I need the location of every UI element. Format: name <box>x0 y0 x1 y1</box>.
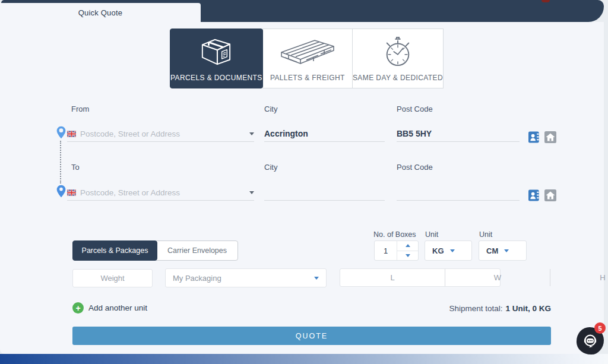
weight-unit-value: KG <box>432 246 444 255</box>
tab-pallets-freight[interactable]: PALLETS & FREIGHT <box>262 29 353 88</box>
route-dotted-connector <box>60 141 61 183</box>
dims-unit-label: Unit <box>479 230 492 239</box>
package-type-tabs: Parcels & Packages Carrier Envelopes <box>72 240 238 261</box>
to-home-button[interactable] <box>544 189 556 201</box>
width-input[interactable] <box>445 269 550 286</box>
packaging-select[interactable]: My Packaging <box>165 268 327 287</box>
from-label: From <box>71 105 89 113</box>
chevron-down-icon <box>450 249 455 252</box>
quantity-value[interactable]: 1 <box>375 246 397 255</box>
destination-pin-icon <box>56 185 66 198</box>
dims-unit-value: CM <box>486 246 498 255</box>
to-city-input[interactable] <box>264 188 385 197</box>
quick-quote-page: Quick Quote PARCELS & DOCUMENTS <box>0 0 608 364</box>
from-postcode-field <box>397 126 520 142</box>
address-book-icon <box>528 189 541 201</box>
chat-widget-button[interactable]: 5 <box>577 327 604 354</box>
chevron-down-icon <box>314 277 319 280</box>
tab-carrier-envelopes[interactable]: Carrier Envelopes <box>156 240 238 261</box>
packaging-value: My Packaging <box>173 274 314 283</box>
from-city-field <box>264 126 385 142</box>
tab-pallets-freight-label: PALLETS & FREIGHT <box>270 74 345 82</box>
from-address-book-button[interactable] <box>528 131 541 143</box>
dims-unit-select[interactable]: CM <box>479 240 527 261</box>
quote-button[interactable]: QUOTE <box>72 327 551 345</box>
to-address-input[interactable] <box>80 188 249 197</box>
uk-flag-icon <box>67 189 76 196</box>
bottom-gradient-bar <box>0 354 608 364</box>
home-icon <box>544 189 556 201</box>
quantity-stepper: 1 <box>374 240 419 261</box>
to-city-label: City <box>264 163 277 172</box>
tab-parcels-packages[interactable]: Parcels & Packages <box>72 240 157 261</box>
shipment-total: Shipment total:1 Unit, 0 KG <box>449 304 551 313</box>
from-address-dropdown-caret[interactable] <box>249 132 254 135</box>
from-address-input[interactable] <box>80 129 249 138</box>
length-input[interactable] <box>340 269 445 286</box>
chevron-down-icon <box>406 254 410 257</box>
weight-input[interactable] <box>72 269 153 287</box>
tab-quick-quote[interactable]: Quick Quote <box>0 3 201 23</box>
home-icon <box>544 131 556 143</box>
stepper-up-button[interactable] <box>397 241 418 251</box>
from-home-button[interactable] <box>544 131 556 143</box>
shipment-total-value: 1 Unit, 0 KG <box>505 304 551 313</box>
to-postcode-field <box>397 185 520 201</box>
from-postcode-input[interactable] <box>397 129 520 138</box>
add-another-unit-button[interactable]: + Add another unit <box>72 302 147 314</box>
to-postcode-input[interactable] <box>397 188 520 197</box>
tab-parcels-documents[interactable]: PARCELS & DOCUMENTS <box>170 29 263 88</box>
tab-carrier-envelopes-label: Carrier Envelopes <box>167 246 227 255</box>
from-city-input[interactable] <box>264 129 385 138</box>
to-postcode-label: Post Code <box>397 163 433 172</box>
quick-quote-tab-label: Quick Quote <box>78 8 122 17</box>
weight-unit-select[interactable]: KG <box>425 240 472 261</box>
tab-parcels-packages-label: Parcels & Packages <box>82 246 148 255</box>
stopwatch-icon <box>353 29 443 74</box>
to-city-field <box>264 185 385 201</box>
height-input[interactable] <box>550 269 608 286</box>
service-tab-bar: PARCELS & DOCUMENTS PALLETS & FREIGHT <box>170 29 444 88</box>
parcel-box-icon <box>170 29 262 74</box>
to-address-book-button[interactable] <box>528 189 541 201</box>
to-address-field[interactable] <box>67 185 254 201</box>
address-book-icon <box>528 131 541 143</box>
uk-flag-icon <box>67 131 76 137</box>
chevron-up-icon <box>406 244 410 247</box>
origin-pin-icon <box>56 126 66 139</box>
chevron-down-icon <box>504 249 509 252</box>
tab-same-day-dedicated[interactable]: SAME DAY & DEDICATED <box>352 29 444 88</box>
add-another-unit-label: Add another unit <box>88 303 147 312</box>
shipment-total-label: Shipment total: <box>449 304 502 313</box>
tab-parcels-documents-label: PARCELS & DOCUMENTS <box>170 74 262 82</box>
to-label: To <box>71 163 80 172</box>
from-city-label: City <box>264 105 277 113</box>
plus-icon: + <box>72 302 84 314</box>
pallet-icon <box>263 29 352 74</box>
chat-notification-badge: 5 <box>594 322 606 334</box>
tab-same-day-dedicated-label: SAME DAY & DEDICATED <box>353 74 443 82</box>
dimensions-group <box>340 268 501 287</box>
chat-headset-icon <box>581 332 599 350</box>
from-postcode-label: Post Code <box>397 105 433 113</box>
stepper-down-button[interactable] <box>397 251 418 261</box>
notification-sliver <box>542 0 550 2</box>
from-address-field[interactable] <box>67 126 254 142</box>
to-address-dropdown-caret[interactable] <box>249 191 254 194</box>
stepper-arrows <box>397 241 418 260</box>
no-of-boxes-label: No. of Boxes <box>373 230 416 239</box>
weight-unit-label: Unit <box>425 230 438 239</box>
